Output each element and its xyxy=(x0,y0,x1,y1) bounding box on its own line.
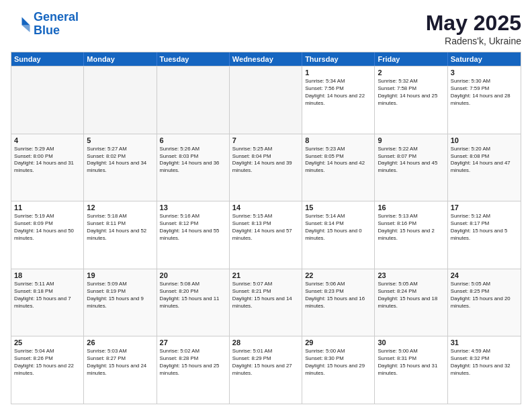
header-tuesday: Tuesday xyxy=(157,52,230,66)
header-wednesday: Wednesday xyxy=(230,52,302,66)
calendar-cell: 9Sunrise: 5:22 AMSunset: 8:07 PMDaylight… xyxy=(375,134,447,201)
page: General Blue May 2025 Radens'k, Ukraine … xyxy=(0,0,532,411)
day-number: 9 xyxy=(378,136,444,144)
calendar-cell: 16Sunrise: 5:13 AMSunset: 8:16 PMDayligh… xyxy=(375,201,447,269)
day-number: 27 xyxy=(160,338,226,347)
subtitle: Radens'k, Ukraine xyxy=(426,36,521,46)
day-number: 18 xyxy=(14,271,81,279)
cell-info: Sunrise: 5:05 AMSunset: 8:24 PMDaylight:… xyxy=(378,281,444,310)
cell-info: Sunrise: 5:19 AMSunset: 8:09 PMDaylight:… xyxy=(14,213,81,242)
cell-info: Sunrise: 5:23 AMSunset: 8:05 PMDaylight:… xyxy=(305,146,371,175)
header-friday: Friday xyxy=(375,52,447,66)
cell-info: Sunrise: 5:07 AMSunset: 8:21 PMDaylight:… xyxy=(232,281,299,310)
calendar-cell: 5Sunrise: 5:27 AMSunset: 8:02 PMDaylight… xyxy=(84,134,157,201)
title-block: May 2025 Radens'k, Ukraine xyxy=(426,11,521,46)
calendar-cell: 12Sunrise: 5:18 AMSunset: 8:11 PMDayligh… xyxy=(84,201,157,269)
calendar-cell: 30Sunrise: 5:00 AMSunset: 8:31 PMDayligh… xyxy=(375,336,447,404)
cell-info: Sunrise: 5:08 AMSunset: 8:20 PMDaylight:… xyxy=(160,281,226,310)
calendar-cell: 3Sunrise: 5:30 AMSunset: 7:59 PMDaylight… xyxy=(448,66,521,134)
day-number: 2 xyxy=(378,68,444,77)
cell-info: Sunrise: 5:27 AMSunset: 8:02 PMDaylight:… xyxy=(87,146,153,175)
cell-info: Sunrise: 5:09 AMSunset: 8:19 PMDaylight:… xyxy=(87,281,153,310)
day-number: 23 xyxy=(378,271,444,279)
day-number: 25 xyxy=(14,338,81,347)
day-number: 6 xyxy=(160,136,226,144)
cell-info: Sunrise: 5:12 AMSunset: 8:17 PMDaylight:… xyxy=(451,213,518,242)
day-number: 12 xyxy=(87,203,153,212)
calendar-cell: 24Sunrise: 5:05 AMSunset: 8:25 PMDayligh… xyxy=(448,269,521,336)
calendar-cell: 20Sunrise: 5:08 AMSunset: 8:20 PMDayligh… xyxy=(157,269,230,336)
day-number: 3 xyxy=(451,68,518,77)
logo-line2: Blue xyxy=(34,24,60,37)
cell-info: Sunrise: 5:30 AMSunset: 7:59 PMDaylight:… xyxy=(451,78,518,107)
calendar-cell xyxy=(11,66,84,134)
day-number: 26 xyxy=(87,338,153,347)
cell-info: Sunrise: 5:00 AMSunset: 8:30 PMDaylight:… xyxy=(305,348,371,377)
calendar-cell: 19Sunrise: 5:09 AMSunset: 8:19 PMDayligh… xyxy=(84,269,157,336)
day-number: 4 xyxy=(14,136,81,144)
svg-marker-1 xyxy=(22,25,30,32)
cell-info: Sunrise: 5:11 AMSunset: 8:18 PMDaylight:… xyxy=(14,281,81,310)
header-thursday: Thursday xyxy=(302,52,375,66)
header: General Blue May 2025 Radens'k, Ukraine xyxy=(11,11,521,46)
calendar-cell: 22Sunrise: 5:06 AMSunset: 8:23 PMDayligh… xyxy=(302,269,375,336)
logo: General Blue xyxy=(11,11,79,38)
day-number: 28 xyxy=(232,338,299,347)
calendar-cell: 6Sunrise: 5:26 AMSunset: 8:03 PMDaylight… xyxy=(157,134,230,201)
cell-info: Sunrise: 5:15 AMSunset: 8:13 PMDaylight:… xyxy=(232,213,299,242)
cell-info: Sunrise: 5:29 AMSunset: 8:00 PMDaylight:… xyxy=(14,146,81,175)
calendar-cell: 18Sunrise: 5:11 AMSunset: 8:18 PMDayligh… xyxy=(11,269,84,336)
calendar-cell: 23Sunrise: 5:05 AMSunset: 8:24 PMDayligh… xyxy=(375,269,447,336)
day-number: 17 xyxy=(451,203,518,212)
day-number: 30 xyxy=(378,338,444,347)
day-number: 5 xyxy=(87,136,153,144)
calendar-cell xyxy=(230,66,302,134)
day-number: 29 xyxy=(305,338,371,347)
cell-info: Sunrise: 5:03 AMSunset: 8:27 PMDaylight:… xyxy=(87,348,153,377)
calendar-header: Sunday Monday Tuesday Wednesday Thursday… xyxy=(11,52,521,66)
svg-marker-0 xyxy=(22,17,30,25)
calendar-cell: 15Sunrise: 5:14 AMSunset: 8:14 PMDayligh… xyxy=(302,201,375,269)
calendar-cell: 4Sunrise: 5:29 AMSunset: 8:00 PMDaylight… xyxy=(11,134,84,201)
calendar-row-1: 1Sunrise: 5:34 AMSunset: 7:56 PMDaylight… xyxy=(11,66,521,134)
calendar-cell xyxy=(84,66,157,134)
cell-info: Sunrise: 5:18 AMSunset: 8:11 PMDaylight:… xyxy=(87,213,153,242)
calendar-row-5: 25Sunrise: 5:04 AMSunset: 8:26 PMDayligh… xyxy=(11,336,521,404)
day-number: 22 xyxy=(305,271,371,279)
calendar-row-2: 4Sunrise: 5:29 AMSunset: 8:00 PMDaylight… xyxy=(11,134,521,201)
header-sunday: Sunday xyxy=(11,52,84,66)
day-number: 14 xyxy=(232,203,299,212)
logo-icon xyxy=(11,14,31,34)
day-number: 16 xyxy=(378,203,444,212)
cell-info: Sunrise: 5:05 AMSunset: 8:25 PMDaylight:… xyxy=(451,281,518,310)
calendar-cell: 29Sunrise: 5:00 AMSunset: 8:30 PMDayligh… xyxy=(302,336,375,404)
day-number: 10 xyxy=(451,136,518,144)
logo-line1: General xyxy=(34,10,79,24)
day-number: 8 xyxy=(305,136,371,144)
cell-info: Sunrise: 5:00 AMSunset: 8:31 PMDaylight:… xyxy=(378,348,444,377)
calendar-cell: 11Sunrise: 5:19 AMSunset: 8:09 PMDayligh… xyxy=(11,201,84,269)
calendar-cell: 31Sunrise: 4:59 AMSunset: 8:32 PMDayligh… xyxy=(448,336,521,404)
calendar-cell: 13Sunrise: 5:16 AMSunset: 8:12 PMDayligh… xyxy=(157,201,230,269)
calendar-cell: 10Sunrise: 5:20 AMSunset: 8:08 PMDayligh… xyxy=(448,134,521,201)
cell-info: Sunrise: 5:20 AMSunset: 8:08 PMDaylight:… xyxy=(451,146,518,175)
calendar-row-3: 11Sunrise: 5:19 AMSunset: 8:09 PMDayligh… xyxy=(11,201,521,269)
calendar-cell: 2Sunrise: 5:32 AMSunset: 7:58 PMDaylight… xyxy=(375,66,447,134)
cell-info: Sunrise: 5:02 AMSunset: 8:28 PMDaylight:… xyxy=(160,348,226,377)
header-saturday: Saturday xyxy=(448,52,521,66)
day-number: 21 xyxy=(232,271,299,279)
day-number: 7 xyxy=(232,136,299,144)
cell-info: Sunrise: 5:04 AMSunset: 8:26 PMDaylight:… xyxy=(14,348,81,377)
cell-info: Sunrise: 5:16 AMSunset: 8:12 PMDaylight:… xyxy=(160,213,226,242)
day-number: 24 xyxy=(451,271,518,279)
day-number: 1 xyxy=(305,68,371,77)
day-number: 31 xyxy=(451,338,518,347)
cell-info: Sunrise: 5:34 AMSunset: 7:56 PMDaylight:… xyxy=(305,78,371,107)
main-title: May 2025 xyxy=(426,11,521,36)
calendar-cell: 21Sunrise: 5:07 AMSunset: 8:21 PMDayligh… xyxy=(230,269,302,336)
calendar-cell: 1Sunrise: 5:34 AMSunset: 7:56 PMDaylight… xyxy=(302,66,375,134)
calendar-cell: 17Sunrise: 5:12 AMSunset: 8:17 PMDayligh… xyxy=(448,201,521,269)
cell-info: Sunrise: 5:25 AMSunset: 8:04 PMDaylight:… xyxy=(232,146,299,175)
cell-info: Sunrise: 5:14 AMSunset: 8:14 PMDaylight:… xyxy=(305,213,371,242)
cell-info: Sunrise: 5:26 AMSunset: 8:03 PMDaylight:… xyxy=(160,146,226,175)
